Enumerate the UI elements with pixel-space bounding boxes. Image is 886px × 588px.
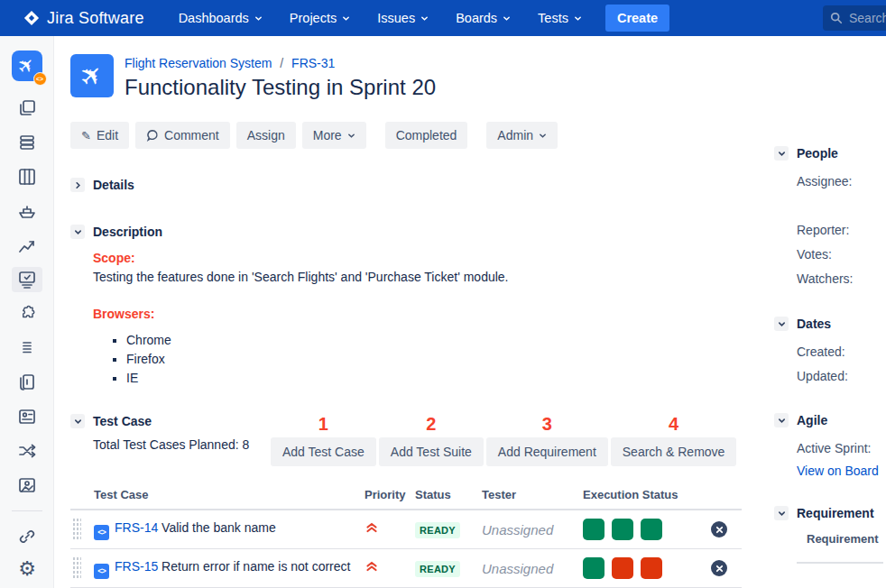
description-section: Description Scope: Testing the features … [70,225,774,387]
comment-bubble-icon [146,129,159,142]
reports-chart-icon[interactable] [12,233,42,258]
dates-section: Dates Created:Updated: [774,317,886,385]
releases-ship-icon[interactable] [12,198,42,224]
execution-status-green[interactable] [583,557,605,579]
nav-item-boards[interactable]: Boards [456,11,511,25]
code-badge-icon: <> [33,72,47,86]
execution-status-green[interactable] [641,519,662,540]
pages-icon[interactable] [12,370,42,395]
drag-handle[interactable] [72,556,81,580]
test-case-type-icon: <> [94,525,109,540]
nav-item-projects[interactable]: Projects [290,11,350,25]
create-button[interactable]: Create [605,5,669,32]
add-test-suite-button[interactable]: Add Test Suite [379,437,484,466]
comment-button[interactable]: Comment [135,122,230,149]
column-header: Status [415,488,482,501]
search-input[interactable] [849,11,886,25]
agile-section-header[interactable]: Agile [774,413,886,427]
execution-status-red[interactable] [612,557,633,579]
board-columns-icon[interactable] [12,164,42,189]
nav-item-tests[interactable]: Tests [538,11,582,25]
page-title: Functionality Testing in Sprint 20 [125,75,436,100]
remove-test-case-button[interactable] [711,560,727,576]
admin-button[interactable]: Admin [486,122,558,149]
test-case-key-link[interactable]: FRS-14 [115,520,158,535]
sidebar-divider [12,510,42,511]
field-label: Votes: [797,245,886,263]
nav-item-dashboards[interactable]: Dashboards [179,11,263,25]
status-badge: READY [415,561,460,577]
search-box[interactable] [823,5,886,31]
shuffle-icon[interactable] [12,438,42,464]
edit-button[interactable]: ✎ Edit [70,122,129,149]
browsers-label: Browsers: [93,305,774,323]
test-monitor-icon[interactable] [12,267,42,292]
status-badge: READY [415,522,460,538]
field-label: Created: [797,343,886,361]
agile-section: Agile Active Sprint: View on Board [774,413,886,478]
browser-list: ChromeFirefoxIE [126,331,774,387]
tester-value[interactable]: Unassigned [482,522,583,537]
more-button[interactable]: More [302,122,366,149]
execution-status-green[interactable] [583,519,605,540]
field-label: Active Sprint: [797,439,886,457]
people-section-header[interactable]: People [774,146,886,161]
test-case-action-buttons: 1Add Test Case2Add Test Suite3Add Requir… [271,414,736,466]
annotation-number: 3 [542,414,552,437]
execution-status-red[interactable] [641,557,662,579]
project-avatar[interactable]: ✈ <> [12,51,42,81]
image-icon[interactable] [12,473,42,498]
view-on-board-link[interactable]: View on Board [797,464,886,478]
dates-section-header[interactable]: Dates [774,317,886,331]
test-case-section-header[interactable]: Test Case [70,414,271,428]
nav-item-issues[interactable]: Issues [377,11,429,25]
issue-type-avatar: ✈ [70,54,114,97]
total-test-cases-label: Total Test Cases Planned: 8 [93,437,271,452]
dates-fields: Created:Updated: [797,343,886,385]
chevron-down-icon [342,14,350,23]
table-body: <>FRS-14 Valid the bank nameREADYUnassig… [70,510,742,588]
puzzle-icon[interactable] [12,301,42,326]
annotation-number: 4 [669,414,678,437]
chevron-down-icon [70,225,85,239]
completed-button[interactable]: Completed [385,122,468,149]
test-case-key-link[interactable]: FRS-15 [115,559,158,574]
requirement-section: Requirement Requirement [774,506,886,564]
add-requirement-button[interactable]: Add Requirement [486,437,608,466]
test-case-type-icon: <> [94,564,109,579]
breadcrumb-project-link[interactable]: Flight Reservation System [125,56,272,70]
chevron-down-icon [774,413,789,427]
description-section-header[interactable]: Description [70,225,774,239]
dense-stack-icon[interactable] [12,335,42,361]
test-case-summary: Valid the bank name [158,520,276,535]
browser-item: Firefox [126,350,774,368]
column-header: Tester [482,488,583,501]
column-header: Execution Status [583,488,711,501]
gear-icon[interactable]: ⚙ [18,557,36,581]
assign-button[interactable]: Assign [236,122,296,149]
backlog-stack-icon[interactable] [12,130,42,155]
test-case-table: Test CasePriorityStatusTesterExecution S… [70,482,742,588]
search-remove-button[interactable]: Search & Remove [611,437,737,466]
contact-card-icon[interactable] [12,404,42,429]
breadcrumb-issue-link[interactable]: FRS-31 [291,56,335,70]
link-icon[interactable] [12,524,42,549]
test-case-row: <>FRS-15 Return error if name is not cor… [70,549,742,588]
remove-test-case-button[interactable] [711,521,727,537]
requirement-section-header[interactable]: Requirement [774,506,886,520]
chevron-down-icon [774,506,789,520]
execution-status-green[interactable] [612,519,633,540]
tester-value[interactable]: Unassigned [482,561,583,576]
requirement-divider [797,562,883,564]
browser-item: Chrome [126,331,774,349]
details-section-header[interactable]: Details [70,178,774,192]
add-test-case-button[interactable]: Add Test Case [271,437,376,466]
jira-diamond-icon [23,10,40,26]
jira-logo[interactable]: Jira Software [23,9,144,28]
field-label: Watchers: [797,270,886,288]
chevron-down-icon [254,14,263,23]
nav-menu: DashboardsProjectsIssuesBoardsTests [179,11,582,25]
boards-layers-icon[interactable] [12,96,42,121]
drag-handle[interactable] [72,518,81,541]
scope-text: Testing the features done in 'Search Fli… [93,268,774,286]
